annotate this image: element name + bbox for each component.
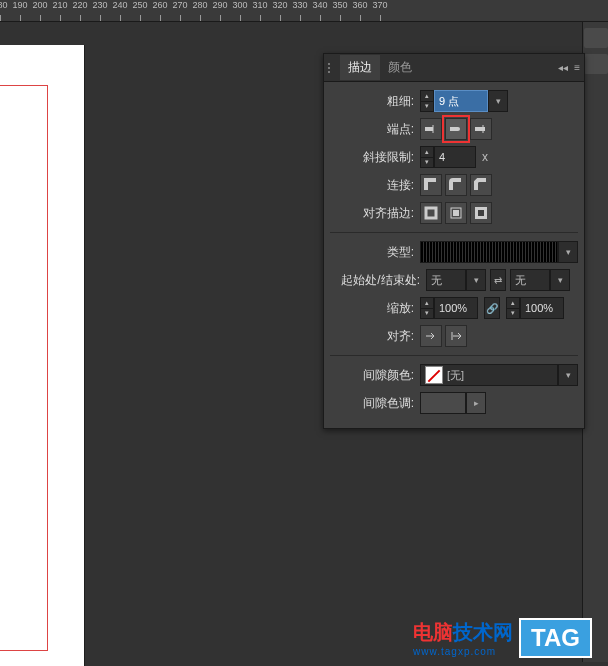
type-dropdown[interactable]: ▾ — [558, 241, 578, 263]
join-round-button[interactable] — [445, 174, 467, 196]
ruler-tick-label: 310 — [252, 0, 267, 10]
scale-a-input[interactable]: 100% — [434, 297, 478, 319]
gapcolor-select[interactable]: [无] — [420, 364, 558, 386]
swap-button[interactable]: ⇄ — [490, 269, 506, 291]
svg-rect-7 — [453, 210, 459, 216]
svg-rect-9 — [478, 210, 484, 216]
watermark: 电脑技术网 www.tagxp.com TAG — [413, 618, 592, 658]
scale-b-input[interactable]: 100% — [520, 297, 564, 319]
collapse-icon[interactable]: ◂◂ — [558, 62, 568, 73]
watermark-text: 电脑技术网 — [413, 619, 513, 646]
svg-rect-2 — [450, 127, 458, 131]
separator — [330, 232, 578, 233]
right-dock — [582, 22, 608, 662]
gaptone-dropdown: ▸ — [466, 392, 486, 414]
start-dropdown[interactable]: ▾ — [466, 269, 486, 291]
type-row: 类型: ▾ — [330, 239, 578, 265]
ruler-tick-label: 290 — [212, 0, 227, 10]
end-select[interactable]: 无 — [510, 269, 550, 291]
end-dropdown[interactable]: ▾ — [550, 269, 570, 291]
ruler-tick-label: 360 — [352, 0, 367, 10]
svg-rect-0 — [425, 127, 433, 131]
arrow-align-b-button[interactable] — [445, 325, 467, 347]
ruler-tick-label: 180 — [0, 0, 8, 10]
align2-row: 对齐: — [330, 323, 578, 349]
watermark-tag: TAG — [519, 618, 592, 658]
miter-suffix: x — [476, 150, 488, 164]
cap-round-button[interactable] — [445, 118, 467, 140]
stroke-panel: 描边 颜色 ◂◂ ≡ 粗细: ▴▾ 9 点 ▾ 端点: — [323, 53, 585, 429]
align2-label: 对齐: — [330, 328, 420, 345]
type-preview[interactable] — [420, 241, 558, 263]
artboard-edge — [0, 85, 48, 651]
watermark-url: www.tagxp.com — [413, 646, 513, 657]
cap-butt-button[interactable] — [420, 118, 442, 140]
weight-stepper[interactable]: ▴▾ — [420, 90, 434, 112]
panel-menu-icon[interactable]: ≡ — [574, 62, 580, 73]
dock-icon[interactable] — [584, 54, 608, 74]
dock-icon[interactable] — [584, 28, 608, 48]
gapcolor-row: 间隙颜色: [无] ▾ — [330, 362, 578, 388]
ruler-tick-label: 230 — [92, 0, 107, 10]
tab-color[interactable]: 颜色 — [380, 55, 420, 80]
ruler-tick-label: 270 — [172, 0, 187, 10]
gaptone-row: 间隙色调: ▸ — [330, 390, 578, 416]
join-bevel-button[interactable] — [470, 174, 492, 196]
align-inside-button[interactable] — [445, 202, 467, 224]
ruler-tick-label: 200 — [32, 0, 47, 10]
ruler-tick-label: 320 — [272, 0, 287, 10]
ruler-tick-label: 330 — [292, 0, 307, 10]
ruler-tick-label: 190 — [12, 0, 27, 10]
weight-row: 粗细: ▴▾ 9 点 ▾ — [330, 88, 578, 114]
miter-input[interactable]: 4 — [434, 146, 476, 168]
startend-label: 起始处/结束处: — [330, 272, 426, 289]
gapcolor-label: 间隙颜色: — [330, 367, 420, 384]
scale-row: 缩放: ▴▾ 100% 🔗 ▴▾ 100% — [330, 295, 578, 321]
gaptone-input — [420, 392, 466, 414]
tab-stroke[interactable]: 描边 — [340, 55, 380, 80]
align-outside-button[interactable] — [470, 202, 492, 224]
scale-link-button[interactable]: 🔗 — [484, 297, 500, 319]
join-row: 连接: — [330, 172, 578, 198]
join-miter-button[interactable] — [420, 174, 442, 196]
ruler-tick-label: 260 — [152, 0, 167, 10]
ruler-tick-label: 250 — [132, 0, 147, 10]
miter-stepper[interactable]: ▴▾ — [420, 146, 434, 168]
weight-label: 粗细: — [330, 93, 420, 110]
svg-rect-5 — [426, 208, 436, 218]
drag-grip-icon[interactable] — [328, 58, 336, 78]
weight-input[interactable]: 9 点 — [434, 90, 488, 112]
scale-a-stepper[interactable]: ▴▾ — [420, 297, 434, 319]
ruler-tick-label: 350 — [332, 0, 347, 10]
miter-row: 斜接限制: ▴▾ 4 x — [330, 144, 578, 170]
startend-row: 起始处/结束处: 无 ▾ ⇄ 无 ▾ — [330, 267, 578, 293]
ruler-tick-label: 220 — [72, 0, 87, 10]
start-select[interactable]: 无 — [426, 269, 466, 291]
scale-label: 缩放: — [330, 300, 420, 317]
ruler-tick-label: 210 — [52, 0, 67, 10]
arrow-align-a-button[interactable] — [420, 325, 442, 347]
cap-row: 端点: — [330, 116, 578, 142]
align-center-button[interactable] — [420, 202, 442, 224]
type-label: 类型: — [330, 244, 420, 261]
none-swatch-icon — [425, 366, 443, 384]
ruler-horizontal: 1801902002102202302402502602702802903003… — [0, 0, 608, 22]
ruler-tick-label: 240 — [112, 0, 127, 10]
panel-tabs: 描边 颜色 ◂◂ ≡ — [324, 54, 584, 82]
ruler-tick-label: 280 — [192, 0, 207, 10]
align-stroke-row: 对齐描边: — [330, 200, 578, 226]
separator — [330, 355, 578, 356]
gapcolor-dropdown[interactable]: ▾ — [558, 364, 578, 386]
ruler-tick-label: 370 — [372, 0, 387, 10]
ruler-tick-label: 300 — [232, 0, 247, 10]
join-label: 连接: — [330, 177, 420, 194]
weight-dropdown[interactable]: ▾ — [488, 90, 508, 112]
cap-label: 端点: — [330, 121, 420, 138]
ruler-tick-label: 340 — [312, 0, 327, 10]
miter-label: 斜接限制: — [330, 149, 420, 166]
align-stroke-label: 对齐描边: — [330, 205, 420, 222]
gapcolor-value: [无] — [447, 368, 464, 383]
cap-projecting-button[interactable] — [470, 118, 492, 140]
scale-b-stepper[interactable]: ▴▾ — [506, 297, 520, 319]
gaptone-label: 间隙色调: — [330, 395, 420, 412]
